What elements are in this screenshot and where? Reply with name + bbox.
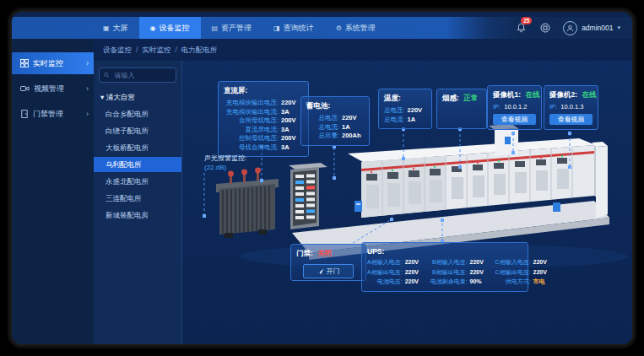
search-input[interactable]: [113, 71, 171, 80]
sidebar-item-label: 实时监控: [33, 58, 63, 69]
ups-grid: A相输入电压:220V B相输入电压:220V C相输入电压:220V A相输出…: [367, 258, 522, 287]
alarm-value: (22.dB): [204, 163, 246, 172]
nav-tab-device-monitor[interactable]: ◉ 设备监控: [139, 17, 201, 39]
fullscreen-icon: [540, 23, 550, 33]
chevron-down-icon: ▾: [617, 24, 620, 31]
send-icon: [317, 268, 324, 275]
tree-item-station-3[interactable]: 大板桥配电所: [94, 140, 181, 155]
top-nav: ▣ 大屏 ◉ 设备监控 ▤ 资产管理 ◨ 查询统计 ⚙ 系统管理: [12, 17, 632, 39]
field-label: 总电压:: [384, 106, 405, 116]
tree-item-station-6[interactable]: 三连配电所: [94, 191, 181, 206]
field-label: C相输出电压:: [495, 268, 531, 278]
door-label: 门禁:: [296, 249, 313, 257]
tree-item-station-1[interactable]: 白合乡配电所: [94, 106, 181, 121]
nav-tab-dashboard[interactable]: ▣ 大屏: [92, 17, 139, 39]
camera2-view-video-button[interactable]: 查看视频: [549, 114, 593, 125]
chevron-right-icon: ›: [86, 59, 89, 67]
app-window: ▣ 大屏 ◉ 设备监控 ▤ 资产管理 ◨ 查询统计 ⚙ 系统管理: [12, 12, 632, 344]
field-value: 市电: [533, 278, 552, 287]
asset-icon: ▤: [212, 24, 219, 32]
breadcrumb: 设备监控 / 实时监控 / 电力配电所: [103, 46, 217, 56]
chevron-right-icon: ›: [86, 84, 89, 93]
nav-tab-label: 查询统计: [284, 23, 314, 34]
field-value: 3A: [281, 143, 303, 153]
camera1-status: 在线: [525, 90, 539, 99]
field-label: 总电流:: [384, 116, 405, 125]
panel-title: 摄像机2: 在线: [549, 90, 593, 100]
video-manage-icon: [20, 84, 30, 93]
search-icon: [104, 72, 110, 78]
nav-tab-label: 资产管理: [221, 23, 252, 34]
tree-item-station-4-selected[interactable]: 乌利配电所: [94, 157, 181, 172]
field-label: 直流屏电流:: [224, 126, 279, 135]
panel-title: UPS:: [367, 247, 522, 256]
field-value: 220V: [342, 114, 364, 123]
field-label: 充电模块输出电压:: [224, 99, 279, 108]
panel-title: 烟感: 正常: [442, 94, 481, 104]
field-value: 1A: [408, 116, 430, 125]
tree-item-station-2[interactable]: 白绕子配电所: [94, 123, 181, 138]
breadcrumb-item[interactable]: 电力配电所: [181, 46, 218, 56]
camera2-ip: 10.0.1.3: [560, 103, 583, 111]
field-label: C相输入电压:: [495, 258, 531, 267]
field-label: 母线合闸电流:: [224, 143, 279, 153]
camera2-status: 在线: [582, 90, 596, 99]
door-status: 关闭: [317, 249, 332, 257]
stats-icon: ◨: [273, 24, 280, 32]
ip-label: IP:: [549, 103, 557, 111]
camera2-label: 摄像机2:: [549, 90, 577, 99]
tree-item-station-5[interactable]: 永盛北配电所: [94, 174, 181, 189]
panel-title: 直流屏:: [224, 86, 303, 96]
screen-icon: ▣: [103, 24, 110, 32]
ip-label: IP:: [493, 103, 501, 111]
nav-tab-assets[interactable]: ▤ 资产管理: [201, 17, 263, 39]
camera1-view-video-button[interactable]: 查看视频: [493, 114, 536, 125]
tree-group-node[interactable]: ▾ 浦大自营: [100, 93, 176, 103]
monitor-icon: ◉: [150, 24, 156, 32]
user-icon: [566, 24, 574, 32]
breadcrumb-item[interactable]: 设备监控: [103, 46, 132, 56]
field-value: 90%: [470, 278, 489, 287]
open-door-label: 开门: [327, 267, 340, 276]
door-access-icon: [20, 110, 29, 118]
notification-bell-button[interactable]: 25: [514, 21, 528, 35]
tree-group-label: 浦大自营: [106, 93, 135, 101]
field-label: 总电流:: [306, 123, 339, 132]
left-sidebar: 实时监控 › 视频管理 › 门禁管理 ›: [12, 39, 94, 344]
sidebar-item-label: 门禁管理: [33, 109, 63, 120]
caret-down-icon: ▾: [100, 93, 106, 101]
temperature-panel: 温度: 总电压:220V 总电流:1A: [378, 89, 432, 129]
camera2-panel: 摄像机2: 在线 IP: 10.0.1.3 查看视频: [544, 85, 598, 130]
chevron-right-icon: ›: [86, 110, 89, 118]
sound-light-alarm-label: 声光报警监控: (22.dB): [204, 154, 246, 172]
field-label: 控制母线电压:: [224, 134, 279, 143]
camera1-ip-row: IP: 10.0.1.2: [493, 103, 536, 111]
nav-tab-label: 系统管理: [345, 23, 376, 34]
breadcrumb-item[interactable]: 实时监控: [142, 46, 170, 56]
nav-tab-label: 大屏: [113, 23, 128, 34]
sidebar-item-video-manage[interactable]: 视频管理 ›: [12, 78, 94, 100]
field-label: A相输入电压:: [367, 258, 403, 267]
field-label: 充电模块输出电流:: [224, 108, 279, 117]
field-value: 220V: [405, 278, 424, 287]
sidebar-item-realtime-monitor[interactable]: 实时监控 ›: [12, 52, 94, 74]
screenshot-stage: ▣ 大屏 ◉ 设备监控 ▤ 资产管理 ◨ 查询统计 ⚙ 系统管理: [0, 0, 644, 356]
breadcrumb-separator: /: [136, 46, 138, 56]
field-label: 电池剩余电量:: [430, 278, 468, 287]
field-label: 供电方式:: [495, 278, 531, 287]
system-icon: ⚙: [336, 24, 342, 32]
nav-tab-statistics[interactable]: ◨ 查询统计: [262, 17, 325, 39]
alarm-title: 声光报警监控:: [204, 154, 246, 163]
camera1-ip: 10.0.1.2: [504, 103, 527, 111]
station-tree-panel: ▾ 浦大自营 白合乡配电所 白绕子配电所 大板桥配电所 乌利配电所 永盛北配电所…: [94, 61, 182, 344]
open-door-button[interactable]: 开门: [303, 264, 354, 278]
tree-item-station-7[interactable]: 新城装配电房: [94, 208, 181, 223]
nav-tab-system[interactable]: ⚙ 系统管理: [325, 17, 387, 39]
camera2-ip-row: IP: 10.0.1.3: [549, 103, 593, 111]
fullscreen-button[interactable]: [538, 21, 552, 35]
field-label: B相输入电压:: [430, 258, 468, 267]
user-menu[interactable]: admin001 ▾: [563, 21, 620, 35]
nav-right-cluster: 25 admin001 ▾: [514, 17, 632, 39]
field-value: 1A: [342, 123, 364, 132]
sidebar-item-door-access[interactable]: 门禁管理 ›: [12, 103, 94, 125]
